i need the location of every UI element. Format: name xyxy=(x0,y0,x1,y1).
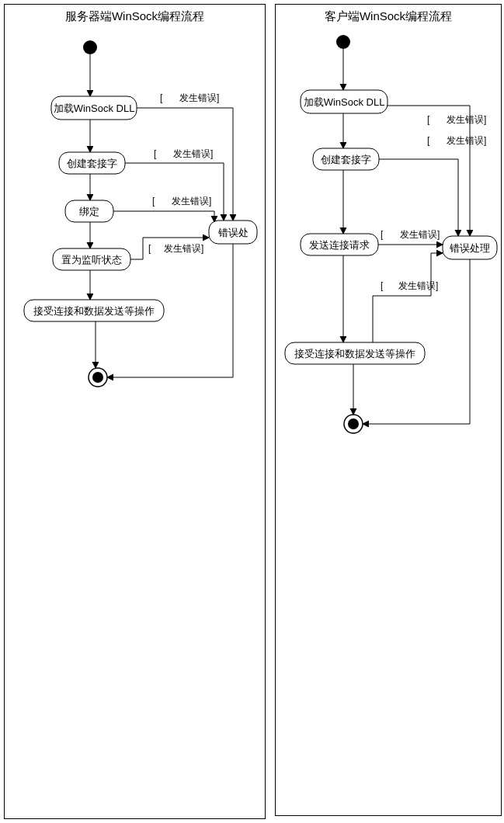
edge-bind-error xyxy=(113,211,214,222)
node-load-label: 加载WinSock DLL xyxy=(304,96,385,108)
edge-load-error xyxy=(388,106,470,236)
guard-accept-text: 发生错误] xyxy=(398,280,438,291)
guard-listen-text: 发生错误] xyxy=(164,243,203,254)
guard-load-text: 发生错误] xyxy=(447,114,486,125)
node-error-label: 错误处 xyxy=(217,227,249,238)
guard-connect-text: 发生错误] xyxy=(400,229,440,240)
end-node-inner xyxy=(92,372,103,383)
guard-bind: [ xyxy=(152,196,155,207)
server-diagram: 加载WinSock DLL 创建套接字 绑定 置为监听状态 接受连接和数据发送等… xyxy=(5,5,265,818)
guard-listen: [ xyxy=(148,243,151,254)
guard-load-br: [ xyxy=(427,114,430,125)
node-accept-label: 接受连接和数据发送等操作 xyxy=(33,305,155,317)
node-bind-label: 绑定 xyxy=(79,206,99,217)
node-accept-label: 接受连接和数据发送等操作 xyxy=(294,348,415,359)
client-panel: 客户端WinSock编程流程 加载WinSock DLL 创建套接字 发送连接请… xyxy=(275,4,502,816)
edge-create-error xyxy=(125,163,224,221)
guard-load: [ xyxy=(160,92,163,103)
guard-create: [ xyxy=(154,148,157,159)
guard-load-text: 发生错误] xyxy=(179,92,219,103)
guard-connect-br: [ xyxy=(381,229,384,240)
guard-create-text: 发生错误] xyxy=(173,148,213,159)
node-load-label: 加载WinSock DLL xyxy=(54,102,135,114)
end-node-inner xyxy=(348,418,359,429)
client-diagram: 加载WinSock DLL 创建套接字 发送连接请求 接受连接和数据发送等操作 … xyxy=(276,5,501,815)
server-panel: 服务器端WinSock编程流程 加载WinSock DLL 创建套接字 绑定 置… xyxy=(4,4,266,819)
node-create-label: 创建套接字 xyxy=(67,158,117,169)
start-node xyxy=(83,40,97,54)
node-create-label: 创建套接字 xyxy=(321,154,371,165)
guard-accept-br: [ xyxy=(381,280,384,291)
guard-create-br: [ xyxy=(427,135,430,146)
guard-create-text: 发生错误] xyxy=(447,135,486,146)
node-connect-label: 发送连接请求 xyxy=(309,239,370,251)
guard-bind-text: 发生错误] xyxy=(172,196,211,207)
edge-create-error xyxy=(379,159,458,236)
node-listen-label: 置为监听状态 xyxy=(61,254,122,266)
start-node xyxy=(336,35,350,49)
edge-accept-error xyxy=(373,253,443,342)
node-error-label: 错误处理 xyxy=(449,242,490,254)
